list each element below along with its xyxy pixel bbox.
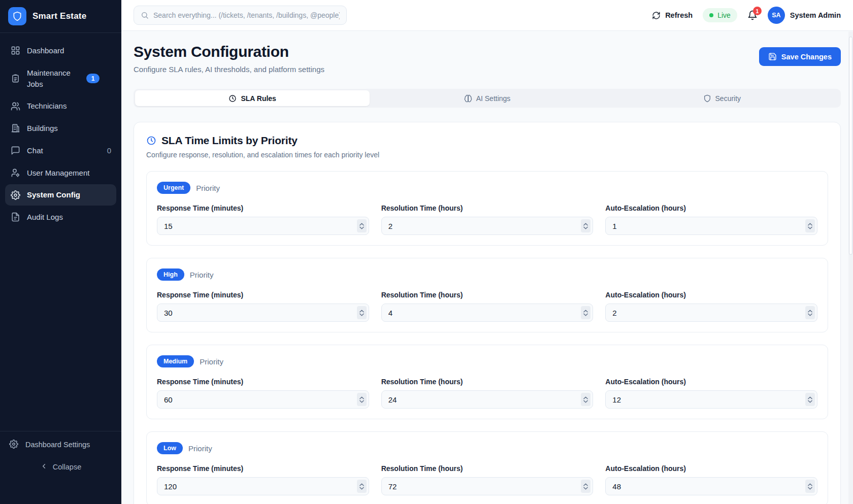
auto-escalation-label: Auto-Escalation (hours) <box>605 291 817 299</box>
collapse-button[interactable]: Collapse <box>9 462 112 472</box>
sidebar-item-maintenance-jobs[interactable]: Maintenance Jobs 1 <box>5 62 116 95</box>
resolution-time-input[interactable] <box>381 304 594 322</box>
sidebar-item-chat[interactable]: Chat 0 <box>5 140 116 161</box>
resolution-time-input[interactable] <box>381 477 594 495</box>
refresh-button[interactable]: Refresh <box>652 11 693 20</box>
main-area: Refresh Live 1 SA System Admin <box>121 0 853 504</box>
brand-logo-shield-icon <box>8 7 26 25</box>
collapse-label: Collapse <box>53 463 81 471</box>
priority-badge: Low <box>157 442 183 454</box>
response-time-label: Response Time (minutes) <box>157 204 369 212</box>
number-stepper[interactable] <box>357 480 367 493</box>
sidebar: Smart Estate Dashboard Maintenance Jobs … <box>0 0 121 504</box>
tab-sla-rules[interactable]: SLA Rules <box>135 90 370 106</box>
building-icon <box>10 123 20 133</box>
auto-escalation-label: Auto-Escalation (hours) <box>605 204 817 212</box>
sidebar-footer: Dashboard Settings Collapse <box>0 431 121 504</box>
response-time-input[interactable] <box>157 390 369 409</box>
page-title: System Configuration <box>134 43 324 60</box>
user-menu[interactable]: SA System Admin <box>768 7 841 24</box>
live-label: Live <box>717 11 731 19</box>
tab-label: Security <box>715 94 741 103</box>
sla-section-head: SLA Time Limits by Priority <box>146 135 828 147</box>
chevron-left-icon <box>40 462 48 472</box>
priority-card-head: Urgent Priority <box>157 182 817 194</box>
brand-name: Smart Estate <box>32 11 86 21</box>
number-stepper[interactable] <box>357 306 367 319</box>
priority-suffix-label: Priority <box>200 357 223 366</box>
chat-bubble-icon <box>10 146 20 156</box>
sidebar-item-dashboard[interactable]: Dashboard <box>5 40 116 61</box>
field-resolution-time: Resolution Time (hours) <box>381 464 594 495</box>
number-stepper[interactable] <box>357 219 367 232</box>
resolution-time-label: Resolution Time (hours) <box>381 291 594 299</box>
priority-fields: Response Time (minutes) Resolution Time … <box>157 291 817 322</box>
priority-fields: Response Time (minutes) Resolution Time … <box>157 464 817 495</box>
sidebar-item-label: User Management <box>27 167 111 179</box>
number-stepper[interactable] <box>805 480 815 493</box>
priority-card: Urgent Priority Response Time (minutes) … <box>146 171 828 246</box>
scrollbar[interactable] <box>848 31 853 504</box>
sidebar-item-label: Technicians <box>27 100 111 112</box>
search-icon <box>141 11 149 19</box>
priority-card: Low Priority Response Time (minutes) Res… <box>146 431 828 504</box>
tab-label: AI Settings <box>476 94 511 103</box>
sidebar-item-technicians[interactable]: Technicians <box>5 95 116 117</box>
live-status-badge: Live <box>703 8 737 22</box>
sla-section-title: SLA Time Limits by Priority <box>161 135 298 147</box>
priority-card: Medium Priority Response Time (minutes) … <box>146 345 828 419</box>
sidebar-item-label: System Config <box>27 189 111 200</box>
response-time-input[interactable] <box>157 477 369 495</box>
resolution-time-input[interactable] <box>381 217 594 235</box>
number-stepper[interactable] <box>805 306 815 319</box>
number-stepper[interactable] <box>581 219 590 232</box>
field-response-time: Response Time (minutes) <box>157 291 369 322</box>
response-time-input[interactable] <box>157 304 369 322</box>
search-input[interactable] <box>153 11 340 19</box>
clock-icon <box>228 94 237 103</box>
notification-count-badge: 1 <box>753 7 762 15</box>
clock-icon <box>146 136 156 146</box>
resolution-time-label: Resolution Time (hours) <box>381 464 594 473</box>
number-stepper[interactable] <box>805 393 815 406</box>
brand: Smart Estate <box>0 0 121 33</box>
save-changes-button[interactable]: Save Changes <box>759 47 841 66</box>
response-time-input[interactable] <box>157 217 369 235</box>
number-stepper[interactable] <box>581 393 590 406</box>
priority-card-head: Medium Priority <box>157 355 817 367</box>
field-auto-escalation: Auto-Escalation (hours) <box>605 464 817 495</box>
tab-ai-settings[interactable]: AI Settings <box>370 90 604 106</box>
auto-escalation-input[interactable] <box>605 477 817 495</box>
priority-suffix-label: Priority <box>188 444 212 453</box>
auto-escalation-input[interactable] <box>605 390 817 409</box>
number-stepper[interactable] <box>357 393 367 406</box>
number-stepper[interactable] <box>581 480 590 493</box>
sidebar-item-audit-logs[interactable]: Audit Logs <box>5 207 116 228</box>
resolution-time-input[interactable] <box>381 390 594 409</box>
chat-count: 0 <box>107 146 111 155</box>
config-tabs: SLA Rules AI Settings Security <box>134 89 841 108</box>
priority-badge: Medium <box>157 355 194 367</box>
number-stepper[interactable] <box>581 306 590 319</box>
priority-card-head: High Priority <box>157 268 817 281</box>
scrollbar-thumb[interactable] <box>849 37 852 255</box>
refresh-icon <box>652 11 661 20</box>
dashboard-settings-button[interactable]: Dashboard Settings <box>9 440 112 449</box>
sidebar-item-label: Audit Logs <box>27 212 111 223</box>
save-label: Save Changes <box>781 53 832 61</box>
sidebar-item-label: Chat <box>27 145 101 156</box>
priority-badge: High <box>157 268 184 281</box>
number-stepper[interactable] <box>805 219 815 232</box>
resolution-time-label: Resolution Time (hours) <box>381 204 594 212</box>
tab-security[interactable]: Security <box>605 90 839 106</box>
avatar: SA <box>768 7 785 24</box>
auto-escalation-input[interactable] <box>605 304 817 322</box>
sidebar-item-label: Maintenance Jobs <box>27 68 80 90</box>
sidebar-item-user-management[interactable]: User Management <box>5 162 116 184</box>
sidebar-item-system-config[interactable]: System Config <box>5 184 116 206</box>
resolution-time-label: Resolution Time (hours) <box>381 378 594 386</box>
notifications-button[interactable]: 1 <box>747 10 758 20</box>
auto-escalation-input[interactable] <box>605 217 817 235</box>
sidebar-item-buildings[interactable]: Buildings <box>5 118 116 139</box>
brain-icon <box>464 94 472 103</box>
